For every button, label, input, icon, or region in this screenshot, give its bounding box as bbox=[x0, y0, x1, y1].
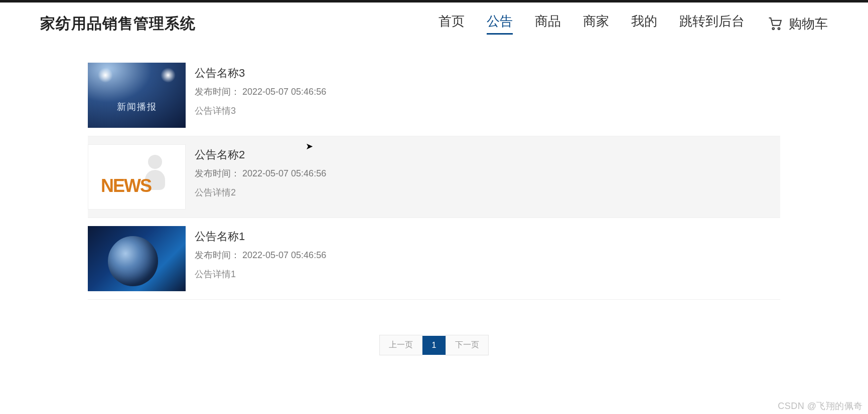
notice-thumbnail: NEWS bbox=[88, 144, 186, 210]
nav-cart[interactable]: 购物车 bbox=[767, 15, 828, 33]
page-number-1[interactable]: 1 bbox=[422, 336, 446, 355]
nav-home[interactable]: 首页 bbox=[439, 13, 465, 35]
main-content: 新闻播报 公告名称3 发布时间： 2022-05-07 05:46:56 公告详… bbox=[0, 40, 868, 355]
svg-point-0 bbox=[772, 28, 774, 30]
notice-body: 公告名称2 发布时间： 2022-05-07 05:46:56 公告详情2 bbox=[195, 144, 326, 210]
notice-detail: 公告详情2 bbox=[195, 186, 326, 198]
cart-label: 购物车 bbox=[789, 15, 828, 33]
notice-title: 公告名称3 bbox=[195, 66, 326, 81]
notice-item[interactable]: 公告名称1 发布时间： 2022-05-07 05:46:56 公告详情1 bbox=[88, 218, 780, 300]
prev-page-button[interactable]: 上一页 bbox=[379, 335, 422, 355]
nav-merchants[interactable]: 商家 bbox=[583, 13, 609, 35]
thumbnail-caption: NEWS bbox=[101, 175, 151, 196]
notice-body: 公告名称1 发布时间： 2022-05-07 05:46:56 公告详情1 bbox=[195, 226, 326, 291]
svg-point-1 bbox=[778, 28, 780, 30]
cart-icon bbox=[767, 16, 784, 31]
nav-backend[interactable]: 跳转到后台 bbox=[679, 13, 745, 35]
nav-products[interactable]: 商品 bbox=[535, 13, 561, 35]
pagination: 上一页 1 下一页 bbox=[88, 335, 780, 355]
nav-notice[interactable]: 公告 bbox=[487, 13, 513, 35]
thumbnail-caption: 新闻播报 bbox=[117, 101, 157, 113]
notice-title: 公告名称1 bbox=[195, 229, 326, 244]
notice-thumbnail bbox=[88, 226, 186, 291]
app-title: 家纺用品销售管理系统 bbox=[40, 14, 196, 34]
notice-publish-time: 发布时间： 2022-05-07 05:46:56 bbox=[195, 167, 326, 179]
next-page-button[interactable]: 下一页 bbox=[446, 335, 489, 355]
notice-title: 公告名称2 bbox=[195, 147, 326, 162]
notice-thumbnail: 新闻播报 bbox=[88, 63, 186, 128]
notice-item[interactable]: 新闻播报 公告名称3 发布时间： 2022-05-07 05:46:56 公告详… bbox=[88, 55, 780, 136]
notice-item[interactable]: NEWS 公告名称2 发布时间： 2022-05-07 05:46:56 公告详… bbox=[88, 136, 780, 218]
app-header: 家纺用品销售管理系统 首页 公告 商品 商家 我的 跳转到后台 购物车 bbox=[0, 3, 868, 40]
notice-publish-time: 发布时间： 2022-05-07 05:46:56 bbox=[195, 86, 326, 98]
notice-publish-time: 发布时间： 2022-05-07 05:46:56 bbox=[195, 249, 326, 261]
main-nav: 首页 公告 商品 商家 我的 跳转到后台 购物车 bbox=[439, 13, 828, 35]
notice-detail: 公告详情3 bbox=[195, 105, 326, 117]
notice-detail: 公告详情1 bbox=[195, 268, 326, 280]
notice-body: 公告名称3 发布时间： 2022-05-07 05:46:56 公告详情3 bbox=[195, 63, 326, 128]
notice-list: 新闻播报 公告名称3 发布时间： 2022-05-07 05:46:56 公告详… bbox=[88, 55, 780, 300]
nav-mine[interactable]: 我的 bbox=[631, 13, 657, 35]
